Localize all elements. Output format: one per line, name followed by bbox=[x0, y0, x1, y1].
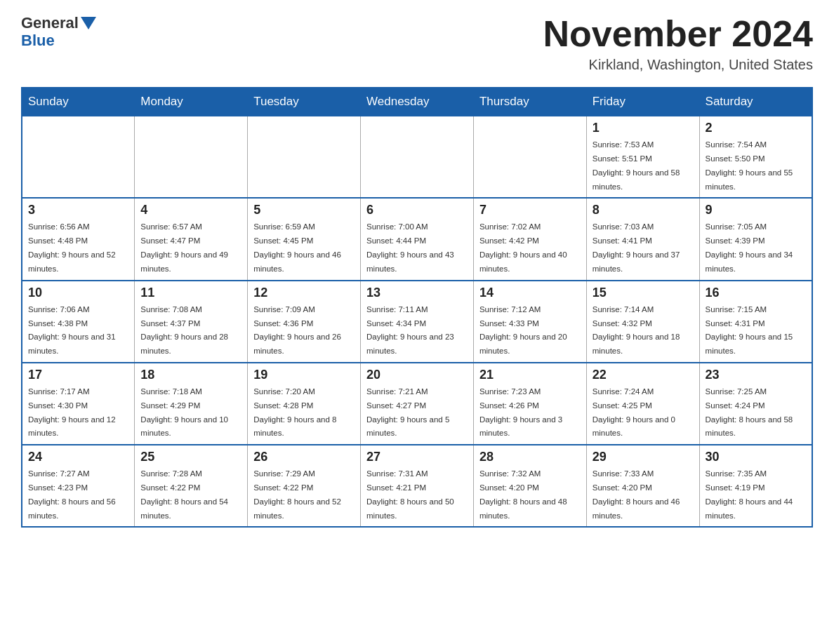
cell-info: Sunrise: 7:25 AMSunset: 4:24 PMDaylight:… bbox=[706, 387, 793, 437]
cell-info: Sunrise: 6:59 AMSunset: 4:45 PMDaylight:… bbox=[253, 222, 341, 272]
calendar-week-row: 17 Sunrise: 7:17 AMSunset: 4:30 PMDaylig… bbox=[22, 363, 812, 445]
cell-info: Sunrise: 6:57 AMSunset: 4:47 PMDaylight:… bbox=[140, 222, 228, 272]
cell-info: Sunrise: 7:11 AMSunset: 4:34 PMDaylight:… bbox=[366, 305, 454, 355]
day-header-thursday: Thursday bbox=[473, 88, 586, 116]
calendar-cell: 11 Sunrise: 7:08 AMSunset: 4:37 PMDaylig… bbox=[135, 281, 248, 363]
calendar-cell: 25 Sunrise: 7:28 AMSunset: 4:22 PMDaylig… bbox=[135, 445, 248, 527]
calendar-cell: 4 Sunrise: 6:57 AMSunset: 4:47 PMDayligh… bbox=[135, 198, 248, 280]
cell-day-number: 20 bbox=[366, 368, 468, 382]
calendar-cell: 22 Sunrise: 7:24 AMSunset: 4:25 PMDaylig… bbox=[586, 363, 699, 445]
calendar-cell: 2 Sunrise: 7:54 AMSunset: 5:50 PMDayligh… bbox=[699, 116, 812, 199]
cell-day-number: 21 bbox=[479, 368, 581, 382]
calendar-cell: 28 Sunrise: 7:32 AMSunset: 4:20 PMDaylig… bbox=[473, 445, 586, 527]
calendar-cell: 29 Sunrise: 7:33 AMSunset: 4:20 PMDaylig… bbox=[586, 445, 699, 527]
cell-info: Sunrise: 7:32 AMSunset: 4:20 PMDaylight:… bbox=[479, 469, 567, 519]
calendar-cell: 7 Sunrise: 7:02 AMSunset: 4:42 PMDayligh… bbox=[473, 198, 586, 280]
cell-info: Sunrise: 7:28 AMSunset: 4:22 PMDaylight:… bbox=[140, 469, 228, 519]
day-header-monday: Monday bbox=[135, 88, 248, 116]
cell-info: Sunrise: 7:20 AMSunset: 4:28 PMDaylight:… bbox=[253, 387, 336, 437]
calendar-cell: 21 Sunrise: 7:23 AMSunset: 4:26 PMDaylig… bbox=[473, 363, 586, 445]
calendar-week-row: 10 Sunrise: 7:06 AMSunset: 4:38 PMDaylig… bbox=[22, 281, 812, 363]
cell-info: Sunrise: 7:17 AMSunset: 4:30 PMDaylight:… bbox=[28, 387, 116, 437]
calendar-cell: 1 Sunrise: 7:53 AMSunset: 5:51 PMDayligh… bbox=[586, 116, 699, 199]
cell-day-number: 14 bbox=[479, 286, 581, 300]
cell-day-number: 9 bbox=[706, 203, 806, 217]
cell-info: Sunrise: 7:27 AMSunset: 4:23 PMDaylight:… bbox=[28, 469, 116, 519]
cell-info: Sunrise: 7:29 AMSunset: 4:22 PMDaylight:… bbox=[253, 469, 341, 519]
cell-info: Sunrise: 7:53 AMSunset: 5:51 PMDaylight:… bbox=[593, 140, 680, 190]
day-header-tuesday: Tuesday bbox=[248, 88, 361, 116]
day-header-wednesday: Wednesday bbox=[361, 88, 474, 116]
cell-day-number: 17 bbox=[28, 368, 128, 382]
cell-day-number: 18 bbox=[140, 368, 241, 382]
calendar-cell: 5 Sunrise: 6:59 AMSunset: 4:45 PMDayligh… bbox=[248, 198, 361, 280]
calendar-cell: 12 Sunrise: 7:09 AMSunset: 4:36 PMDaylig… bbox=[248, 281, 361, 363]
cell-day-number: 19 bbox=[253, 368, 355, 382]
calendar-cell bbox=[248, 116, 361, 199]
cell-day-number: 25 bbox=[140, 450, 241, 464]
calendar-title: November 2024 bbox=[543, 14, 813, 54]
calendar-cell: 23 Sunrise: 7:25 AMSunset: 4:24 PMDaylig… bbox=[699, 363, 812, 445]
calendar-cell: 10 Sunrise: 7:06 AMSunset: 4:38 PMDaylig… bbox=[22, 281, 135, 363]
cell-day-number: 16 bbox=[706, 286, 806, 300]
calendar-cell: 9 Sunrise: 7:05 AMSunset: 4:39 PMDayligh… bbox=[699, 198, 812, 280]
cell-info: Sunrise: 7:03 AMSunset: 4:41 PMDaylight:… bbox=[593, 222, 680, 272]
calendar-cell: 8 Sunrise: 7:03 AMSunset: 4:41 PMDayligh… bbox=[586, 198, 699, 280]
calendar-cell: 19 Sunrise: 7:20 AMSunset: 4:28 PMDaylig… bbox=[248, 363, 361, 445]
logo-blue-text: Blue bbox=[21, 32, 55, 49]
day-header-friday: Friday bbox=[586, 88, 699, 116]
cell-day-number: 24 bbox=[28, 450, 128, 464]
calendar-cell: 24 Sunrise: 7:27 AMSunset: 4:23 PMDaylig… bbox=[22, 445, 135, 527]
cell-info: Sunrise: 7:18 AMSunset: 4:29 PMDaylight:… bbox=[140, 387, 228, 437]
cell-info: Sunrise: 7:06 AMSunset: 4:38 PMDaylight:… bbox=[28, 305, 116, 355]
cell-info: Sunrise: 7:54 AMSunset: 5:50 PMDaylight:… bbox=[706, 140, 793, 190]
calendar-cell: 14 Sunrise: 7:12 AMSunset: 4:33 PMDaylig… bbox=[473, 281, 586, 363]
cell-info: Sunrise: 7:02 AMSunset: 4:42 PMDaylight:… bbox=[479, 222, 567, 272]
cell-info: Sunrise: 7:09 AMSunset: 4:36 PMDaylight:… bbox=[253, 305, 341, 355]
calendar-cell: 30 Sunrise: 7:35 AMSunset: 4:19 PMDaylig… bbox=[699, 445, 812, 527]
cell-info: Sunrise: 6:56 AMSunset: 4:48 PMDaylight:… bbox=[28, 222, 116, 272]
page-header: General Blue November 2024 Kirkland, Was… bbox=[21, 14, 813, 73]
calendar-cell: 26 Sunrise: 7:29 AMSunset: 4:22 PMDaylig… bbox=[248, 445, 361, 527]
cell-info: Sunrise: 7:35 AMSunset: 4:19 PMDaylight:… bbox=[706, 469, 793, 519]
calendar-cell bbox=[22, 116, 135, 199]
calendar-week-row: 24 Sunrise: 7:27 AMSunset: 4:23 PMDaylig… bbox=[22, 445, 812, 527]
cell-info: Sunrise: 7:08 AMSunset: 4:37 PMDaylight:… bbox=[140, 305, 228, 355]
calendar-cell: 6 Sunrise: 7:00 AMSunset: 4:44 PMDayligh… bbox=[361, 198, 474, 280]
cell-day-number: 4 bbox=[140, 203, 241, 217]
calendar-cell: 16 Sunrise: 7:15 AMSunset: 4:31 PMDaylig… bbox=[699, 281, 812, 363]
calendar-header-row: SundayMondayTuesdayWednesdayThursdayFrid… bbox=[22, 88, 812, 116]
calendar-subtitle: Kirkland, Washington, United States bbox=[543, 57, 813, 73]
cell-day-number: 26 bbox=[253, 450, 355, 464]
calendar-cell: 17 Sunrise: 7:17 AMSunset: 4:30 PMDaylig… bbox=[22, 363, 135, 445]
cell-day-number: 15 bbox=[593, 286, 694, 300]
calendar-week-row: 3 Sunrise: 6:56 AMSunset: 4:48 PMDayligh… bbox=[22, 198, 812, 280]
cell-day-number: 6 bbox=[366, 203, 468, 217]
cell-day-number: 27 bbox=[366, 450, 468, 464]
cell-info: Sunrise: 7:31 AMSunset: 4:21 PMDaylight:… bbox=[366, 469, 454, 519]
cell-day-number: 29 bbox=[593, 450, 694, 464]
svg-marker-0 bbox=[81, 17, 96, 29]
calendar-cell bbox=[473, 116, 586, 199]
cell-day-number: 2 bbox=[706, 121, 806, 135]
calendar-table: SundayMondayTuesdayWednesdayThursdayFrid… bbox=[21, 87, 813, 528]
calendar-cell: 27 Sunrise: 7:31 AMSunset: 4:21 PMDaylig… bbox=[361, 445, 474, 527]
cell-day-number: 8 bbox=[593, 203, 694, 217]
title-block: November 2024 Kirkland, Washington, Unit… bbox=[543, 14, 813, 73]
cell-day-number: 22 bbox=[593, 368, 694, 382]
calendar-cell bbox=[361, 116, 474, 199]
cell-info: Sunrise: 7:05 AMSunset: 4:39 PMDaylight:… bbox=[706, 222, 793, 272]
cell-info: Sunrise: 7:00 AMSunset: 4:44 PMDaylight:… bbox=[366, 222, 454, 272]
logo: General Blue bbox=[21, 14, 96, 49]
cell-day-number: 3 bbox=[28, 203, 128, 217]
cell-info: Sunrise: 7:21 AMSunset: 4:27 PMDaylight:… bbox=[366, 387, 449, 437]
calendar-cell: 20 Sunrise: 7:21 AMSunset: 4:27 PMDaylig… bbox=[361, 363, 474, 445]
calendar-cell bbox=[135, 116, 248, 199]
cell-day-number: 10 bbox=[28, 286, 128, 300]
cell-day-number: 1 bbox=[593, 121, 694, 135]
cell-day-number: 23 bbox=[706, 368, 806, 382]
cell-info: Sunrise: 7:24 AMSunset: 4:25 PMDaylight:… bbox=[593, 387, 675, 437]
calendar-week-row: 1 Sunrise: 7:53 AMSunset: 5:51 PMDayligh… bbox=[22, 116, 812, 199]
cell-day-number: 30 bbox=[706, 450, 806, 464]
cell-day-number: 7 bbox=[479, 203, 581, 217]
